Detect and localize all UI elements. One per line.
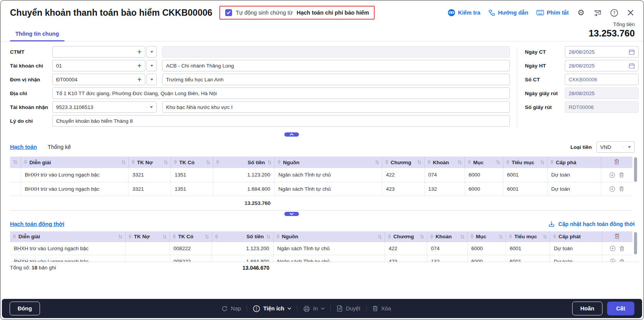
close-window-button[interactable]: Đóng [10, 302, 40, 315]
table-row[interactable]: BHXH trừ vào Lương ngạch bậc0082221.123.… [10, 242, 632, 255]
send-mail-button[interactable] [593, 8, 602, 17]
tab-accounting[interactable]: Hạch toán [10, 144, 37, 150]
auto-generate-checkbox[interactable] [225, 9, 232, 16]
table-row[interactable]: BHXH trừ vào Lương ngạch bậc0082221.684.… [10, 255, 632, 262]
pin-icon[interactable] [506, 160, 510, 165]
pin-icon[interactable] [277, 160, 281, 165]
sort-icon[interactable] [205, 234, 209, 239]
sort-icon[interactable] [375, 160, 379, 165]
paying-account-dropdown-button[interactable] [146, 60, 157, 71]
approve-button[interactable]: Duyệt [337, 305, 360, 312]
expand-section-button[interactable] [284, 212, 299, 216]
sort-icon[interactable] [378, 234, 382, 239]
delete-row-icon[interactable] [619, 172, 624, 178]
pin-icon[interactable] [215, 234, 218, 239]
voucher-date-field[interactable]: 28/08/2025 [565, 46, 639, 58]
sort-icon[interactable] [543, 234, 547, 239]
column-header-dien_giai[interactable]: Diễn giải [21, 157, 128, 168]
sort-icon[interactable] [163, 234, 167, 239]
guide-button[interactable]: Hướng dẫn [488, 10, 528, 16]
accounting-table-scrollbar[interactable] [634, 157, 637, 182]
column-header-khoan[interactable]: Khoản [424, 157, 465, 168]
address-field[interactable]: Tổ 1 K10 TT đức giang, Phường Đức Giang,… [52, 87, 510, 99]
pin-icon[interactable] [216, 160, 219, 165]
pin-icon[interactable] [276, 234, 280, 239]
pin-icon[interactable] [468, 160, 471, 165]
add-ctmt-icon[interactable]: + [137, 48, 141, 55]
pin-icon[interactable] [173, 234, 176, 239]
sort-icon[interactable] [266, 234, 271, 239]
currency-select[interactable]: VND [596, 141, 635, 153]
column-header-tk_co[interactable]: TK Có [171, 157, 213, 168]
sort-icon[interactable] [118, 234, 123, 239]
sort-icon[interactable] [417, 160, 422, 165]
pin-icon[interactable] [388, 234, 391, 239]
sort-icon[interactable] [164, 160, 168, 165]
pin-icon[interactable] [24, 160, 27, 165]
add-row-icon[interactable] [609, 186, 615, 192]
column-header-cap_phat[interactable]: Cấp phá [547, 157, 601, 168]
table-row[interactable]: BHXH trừ vào Lương ngạch bậc332113511.12… [10, 168, 632, 182]
delete-all-icon[interactable] [614, 160, 619, 166]
sort-icon[interactable] [13, 160, 17, 164]
column-header-so_tien[interactable]: Số tiền [213, 157, 274, 168]
delete-row-icon[interactable] [619, 186, 624, 191]
pin-icon[interactable] [470, 234, 474, 239]
sort-icon[interactable] [499, 234, 503, 239]
treasury-name-field[interactable]: Kho bạc Nhà nước khu vực I [162, 101, 510, 113]
settings-button[interactable]: ⚙ [577, 8, 585, 17]
save-button[interactable]: Cất [607, 302, 634, 315]
simultaneous-title-link[interactable]: Hạch toán đồng thời [10, 221, 65, 227]
table-row[interactable]: BHXH trừ vào Lương ngạch bậc332113511.68… [10, 182, 632, 196]
delete-all-icon[interactable] [614, 234, 620, 240]
sort-icon[interactable] [460, 234, 465, 239]
column-header-tk_no[interactable]: TK Nợ [125, 231, 169, 242]
sort-icon[interactable] [496, 160, 500, 165]
pin-icon[interactable] [174, 160, 177, 165]
receiving-unit-code-field[interactable]: ĐT00004+ [52, 74, 145, 85]
posting-date-field[interactable]: 28/08/2025 [565, 60, 639, 71]
receiving-account-field[interactable]: 9523.3.1106513 [52, 101, 157, 113]
add-row-icon[interactable] [609, 172, 615, 178]
currency-dropdown-button[interactable] [624, 146, 634, 148]
pin-icon[interactable] [550, 160, 554, 165]
column-header-delete[interactable] [601, 157, 632, 168]
pin-icon[interactable] [128, 234, 132, 239]
add-paying-account-icon[interactable]: + [137, 62, 141, 69]
add-receiving-unit-icon[interactable]: + [137, 76, 141, 83]
pin-icon[interactable] [509, 234, 512, 239]
delete-row-icon[interactable] [619, 259, 624, 262]
collapse-form-button[interactable] [284, 132, 299, 137]
receiving-account-dropdown-button[interactable] [146, 106, 156, 108]
sort-icon[interactable] [540, 160, 544, 165]
calendar-icon[interactable] [629, 63, 635, 69]
tab-general-info[interactable]: Thông tin chung [10, 28, 65, 41]
sort-icon[interactable] [458, 160, 462, 165]
column-header-chuong[interactable]: Chương [385, 231, 427, 242]
postpone-button[interactable]: Hoãn [572, 302, 602, 315]
column-header-khoan[interactable]: Khoản [427, 231, 467, 242]
add-row-icon[interactable] [610, 246, 616, 251]
pin-icon[interactable] [131, 160, 135, 165]
pin-icon[interactable] [385, 160, 388, 165]
check-assistant-button[interactable]: Kiểm tra [448, 9, 480, 16]
column-header-muc[interactable]: Mục [467, 231, 506, 242]
column-header-tk_no[interactable]: TK Nợ [128, 157, 171, 168]
shortcut-button[interactable]: Phím tắt [536, 10, 569, 16]
print-button[interactable]: In [303, 305, 325, 312]
ctmt-code-field[interactable]: + [52, 46, 145, 58]
column-header-cap_phat[interactable]: Cấp phát [550, 231, 602, 242]
sort-icon[interactable] [420, 234, 424, 239]
voucher-number-field[interactable]: CKKB00006 [565, 74, 639, 85]
column-header-dien_giai[interactable]: Diễn giải [10, 231, 125, 242]
simultaneous-table-scrollbar[interactable] [634, 232, 637, 254]
column-header-so_tien[interactable]: Số tiền [212, 231, 273, 242]
column-header-tieu_muc[interactable]: Tiểu mục [503, 157, 547, 168]
column-header-tk_co[interactable]: TK Có [169, 231, 212, 242]
add-row-icon[interactable] [610, 259, 616, 262]
column-header-chuong[interactable]: Chương [382, 157, 424, 168]
receiving-unit-dropdown-button[interactable] [146, 74, 157, 85]
sort-icon[interactable] [206, 160, 210, 165]
column-header-delete[interactable] [602, 231, 632, 242]
column-header-nguon[interactable]: Nguồn [273, 231, 385, 242]
